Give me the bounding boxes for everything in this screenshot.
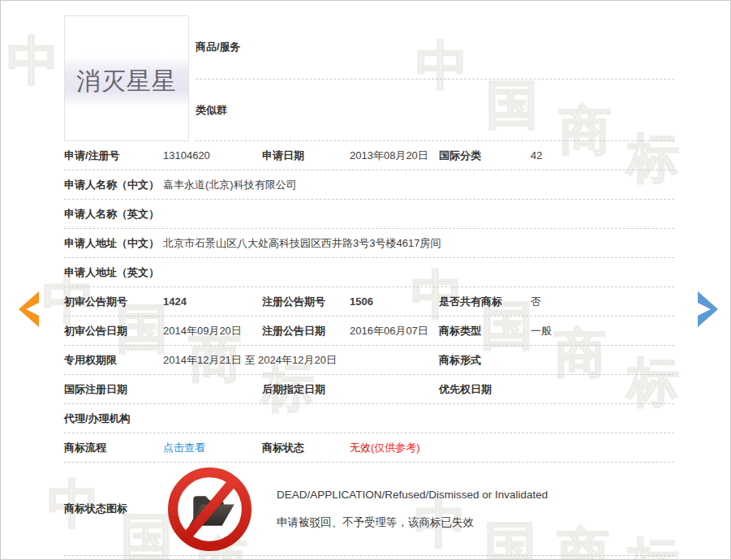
priority-date-label: 优先权日期 [439,382,531,397]
mark-type-label: 商标类型 [439,324,531,338]
status-line-en: DEAD/APPLICATION/Refused/Dismissed or In… [277,489,548,501]
table-row: 申请/注册号 13104620 申请日期 2013年08月20日 国际分类 42 [64,141,674,170]
agency-label: 代理/办理机构 [64,411,163,426]
first-gazette-no-value: 1424 [163,295,262,308]
first-gazette-no-label: 初审公告期号 [64,295,163,309]
reg-gazette-date-value: 2016年06月07日 [350,324,439,338]
similar-group-label: 类似群 [196,103,227,118]
similar-group-row: 类似群 [196,80,674,141]
reg-gazette-date-label: 注册公告日期 [262,324,350,338]
process-view-link[interactable]: 点击查看 [163,441,262,455]
exclusive-period-value: 2014年12月21日 至 2024年12月20日 [163,353,439,368]
applicant-name-cn-value: 嘉丰永道(北京)科技有限公司 [163,178,674,192]
shared-mark-value: 否 [531,295,674,309]
mark-form-label: 商标形式 [439,353,531,368]
prohibited-folder-icon [167,467,252,552]
intl-class-value: 42 [531,149,674,162]
table-row: 国际注册日期 后期指定日期 优先权日期 [64,375,674,404]
table-row: 初审公告期号 1424 注册公告期号 1506 是否共有商标 否 [64,287,674,317]
status-note: (仅供参考) [371,442,420,454]
applicant-addr-cn-label: 申请人地址（中文） [64,236,163,251]
trademark-image-band: 消灭星星 [65,55,188,107]
status-icon-row: 商标状态图标 [64,463,674,556]
trademark-name-text: 消灭星星 [76,65,177,98]
table-row: 代理/办理机构 [64,404,674,433]
exclusive-period-label: 专用权期限 [64,353,163,368]
first-gazette-date-label: 初审公告日期 [64,324,163,338]
table-row: 申请人地址（英文） [64,258,674,287]
goods-services-row: 商品/服务 [196,15,674,80]
app-date-value: 2013年08月20日 [350,149,439,163]
table-row: 申请人名称（中文） 嘉丰永道(北京)科技有限公司 [64,170,674,200]
prev-page-arrow[interactable] [15,291,41,328]
next-page-arrow[interactable] [695,291,721,328]
trademark-info-table: 消灭星星 商品/服务 类似群 申请/注册号 13104620 申请日期 2013… [64,15,674,556]
chevron-right-icon [695,291,721,328]
mark-type-value: 一般 [531,324,674,338]
reg-gazette-no-label: 注册公告期号 [262,295,350,309]
first-gazette-date-value: 2014年09月20日 [163,324,262,338]
chevron-left-icon [15,291,41,328]
dead-status-icon [167,467,252,552]
reg-no-value: 13104620 [163,149,262,162]
applicant-name-en-label: 申请人名称（英文） [64,207,163,222]
trademark-detail-page: 中 中 国 商 标 中 国 商 标 中 国 商 标 中 国 商 中 国 商 标 … [0,0,731,560]
watermark-char: 中 [7,35,59,87]
shared-mark-label: 是否共有商标 [439,295,531,309]
intl-reg-date-label: 国际注册日期 [64,382,163,397]
intl-class-label: 国际分类 [439,149,531,163]
reg-gazette-no-value: 1506 [350,295,439,308]
status-label: 商标状态 [262,441,350,455]
process-label: 商标流程 [64,441,163,455]
table-row: 商标流程 点击查看 商标状态 无效(仅供参考) [64,433,674,463]
table-row: 初审公告日期 2014年09月20日 注册公告日期 2016年06月07日 商标… [64,317,674,346]
top-section: 消灭星星 商品/服务 类似群 [64,15,674,141]
trademark-image[interactable]: 消灭星星 [64,15,189,141]
table-row: 申请人名称（英文） [64,200,674,229]
late-designation-date-label: 后期指定日期 [262,382,350,397]
table-row: 专用权期限 2014年12月21日 至 2024年12月20日 商标形式 [64,346,674,375]
status-line-cn: 申请被驳回、不予受理等，该商标已失效 [277,515,548,530]
status-value: 无效 [350,442,371,454]
goods-services-label: 商品/服务 [196,40,241,54]
reg-no-label: 申请/注册号 [64,149,163,163]
app-date-label: 申请日期 [262,149,350,163]
applicant-name-cn-label: 申请人名称（中文） [64,178,163,192]
applicant-addr-cn-value: 北京市石景山区八大处高科技园区西井路3号3号楼4617房间 [163,236,674,251]
applicant-addr-en-label: 申请人地址（英文） [64,265,163,280]
table-row: 申请人地址（中文） 北京市石景山区八大处高科技园区西井路3号3号楼4617房间 [64,229,674,258]
status-icon-label: 商标状态图标 [64,502,163,516]
